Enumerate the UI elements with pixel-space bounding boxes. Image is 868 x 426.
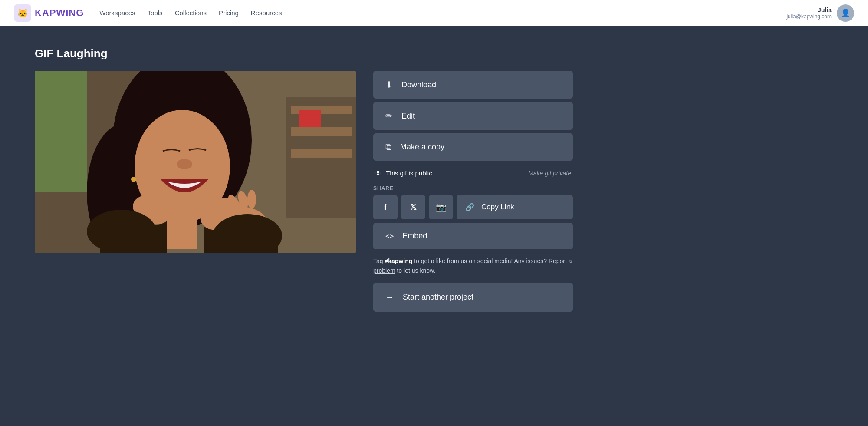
instagram-button[interactable]: 📷 [429,195,453,219]
nav-pricing[interactable]: Pricing [219,9,239,17]
twitter-icon: 𝕏 [410,202,417,212]
nav-tools[interactable]: Tools [148,9,163,17]
instagram-icon: 📷 [436,202,447,212]
navbar: 🐱 KAPWING Workspaces Tools Collections P… [0,0,868,26]
svg-rect-9 [299,110,321,127]
main-content: GIF Laughing [0,26,608,333]
tag-line: Tag #kapwing to get a like from us on so… [373,256,573,276]
tag-hashtag: #kapwing [385,258,412,264]
make-copy-label: Make a copy [400,142,444,152]
edit-label: Edit [401,112,415,121]
edit-button[interactable]: ✏ Edit [373,102,573,130]
logo-text: KAPWING [35,7,84,19]
nav-workspaces[interactable]: Workspaces [99,9,135,17]
copy-icon: ⧉ [385,142,391,152]
facebook-icon: f [384,201,387,213]
nav-right: Julia julia@kapwing.com 👤 [786,4,854,22]
start-project-label: Start another project [403,293,473,302]
start-another-project-button[interactable]: → Start another project [373,283,573,312]
edit-icon: ✏ [385,111,393,121]
nav-resources[interactable]: Resources [251,9,282,17]
logo[interactable]: 🐱 KAPWING [14,4,84,22]
svg-rect-14 [167,214,197,249]
gif-container [35,71,356,253]
gif-image [35,71,356,253]
visibility-row: 👁 This gif is public Make gif private [373,166,573,180]
user-name: Julia [786,7,832,13]
embed-label: Embed [402,231,427,241]
tag-text-pre: Tag [373,258,385,264]
embed-button[interactable]: <> Embed [373,223,573,249]
user-info: Julia julia@kapwing.com [786,7,832,20]
gif-svg [35,71,356,253]
svg-rect-8 [291,149,352,158]
download-button[interactable]: ⬇ Download [373,71,573,99]
svg-point-13 [177,159,192,169]
tag-text-post: to let us know. [395,267,436,274]
copy-link-label: Copy Link [481,203,514,211]
nav-links: Workspaces Tools Collections Pricing Res… [99,9,282,17]
twitter-button[interactable]: 𝕏 [401,195,425,219]
link-icon: 🔗 [465,203,474,212]
user-email: julia@kapwing.com [786,13,832,20]
nav-collections[interactable]: Collections [175,9,207,17]
eye-icon: 👁 [375,169,381,177]
download-icon: ⬇ [385,79,393,90]
svg-point-22 [87,210,156,253]
share-row: f 𝕏 📷 🔗 Copy Link [373,195,573,219]
actions-panel: ⬇ Download ✏ Edit ⧉ Make a copy 👁 This g… [373,71,573,312]
logo-icon: 🐱 [14,4,31,22]
svg-point-21 [131,177,136,182]
arrow-icon: → [385,292,394,302]
content-area: ⬇ Download ✏ Edit ⧉ Make a copy 👁 This g… [35,71,573,312]
nav-left: 🐱 KAPWING Workspaces Tools Collections P… [14,4,282,22]
download-label: Download [401,80,436,89]
make-copy-button[interactable]: ⧉ Make a copy [373,133,573,161]
visibility-label: This gif is public [386,169,432,177]
embed-icon: <> [385,232,394,240]
copy-link-button[interactable]: 🔗 Copy Link [457,195,573,219]
svg-rect-4 [35,71,87,192]
make-private-link[interactable]: Make gif private [528,170,571,177]
svg-point-19 [247,190,256,209]
visibility-left: 👁 This gif is public [375,169,432,177]
facebook-button[interactable]: f [373,195,398,219]
tag-text-mid: to get a like from us on social media! A… [412,258,549,264]
avatar[interactable]: 👤 [837,4,854,22]
page-title: GIF Laughing [35,47,573,60]
share-label: SHARE [373,185,573,192]
svg-rect-7 [291,127,352,136]
